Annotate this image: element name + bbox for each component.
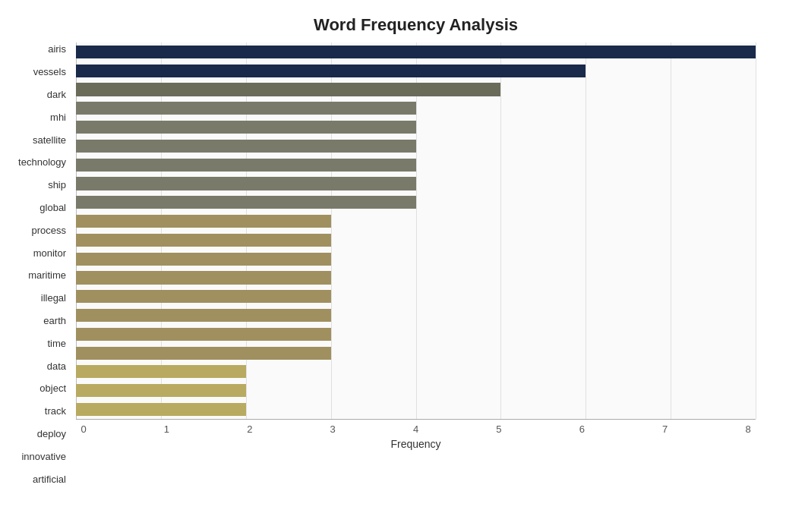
- bar-row-global: [76, 175, 756, 194]
- y-label-technology: technology: [0, 151, 72, 174]
- bar-row-ship: [76, 156, 756, 175]
- bar-object: [76, 328, 331, 341]
- bar-illegal: [76, 253, 331, 266]
- bar-airis: [76, 46, 756, 58]
- bar-row-monitor: [76, 212, 756, 231]
- bar-monitor: [76, 215, 331, 228]
- bar-row-satellite: [76, 118, 756, 137]
- y-label-process: process: [0, 219, 72, 241]
- y-label-earth: earth: [0, 310, 72, 332]
- y-label-vessels: vessels: [0, 61, 72, 83]
- bar-row-dark: [76, 80, 756, 99]
- x-tick-4: 4: [409, 423, 424, 435]
- bar-row-data: [76, 306, 756, 325]
- bar-global: [76, 177, 416, 190]
- chart-title: Word Frequency Analysis: [76, 15, 756, 35]
- bar-maritime: [76, 234, 331, 247]
- bar-row-vessels: [76, 61, 756, 80]
- x-tick-6: 6: [574, 423, 589, 435]
- bar-track: [76, 347, 331, 360]
- y-labels: airisvesselsdarkmhisatellitetechnologysh…: [0, 38, 72, 490]
- bar-row-mhi: [76, 99, 756, 118]
- bar-row-illegal: [76, 250, 756, 269]
- bar-row-deploy: [76, 363, 756, 382]
- bars-container: [76, 42, 756, 419]
- y-label-airis: airis: [0, 38, 72, 61]
- y-label-object: object: [0, 377, 72, 400]
- bar-row-object: [76, 325, 756, 344]
- x-tick-7: 7: [658, 423, 673, 435]
- y-label-dark: dark: [0, 83, 72, 106]
- bar-row-earth: [76, 269, 756, 288]
- y-label-track: track: [0, 400, 72, 423]
- bar-mhi: [76, 102, 416, 115]
- y-label-illegal: illegal: [0, 287, 72, 310]
- y-label-artificial: artificial: [0, 467, 72, 490]
- bar-row-time: [76, 287, 756, 306]
- y-label-time: time: [0, 332, 72, 354]
- x-tick-5: 5: [491, 423, 507, 435]
- y-label-deploy: deploy: [0, 423, 72, 445]
- y-label-satellite: satellite: [0, 128, 72, 151]
- x-axis-section: 012345678 Frequency: [76, 419, 756, 461]
- bar-data: [76, 309, 331, 322]
- x-tick-3: 3: [325, 423, 340, 435]
- chart-container: Word Frequency Analysis 012345678 Freque…: [0, 0, 786, 532]
- bar-row-innovative: [76, 381, 756, 400]
- bar-earth: [76, 271, 331, 284]
- plot-area: [76, 42, 756, 419]
- bar-time: [76, 290, 331, 303]
- bar-row-technology: [76, 137, 756, 156]
- bar-innovative: [76, 384, 246, 397]
- x-axis-label: Frequency: [76, 438, 756, 450]
- x-tick-2: 2: [242, 423, 257, 435]
- bar-technology: [76, 140, 416, 153]
- bar-row-maritime: [76, 231, 756, 250]
- y-label-ship: ship: [0, 174, 72, 197]
- y-label-maritime: maritime: [0, 264, 72, 287]
- bar-artificial: [76, 403, 246, 416]
- y-label-data: data: [0, 354, 72, 377]
- bar-row-artificial: [76, 400, 756, 419]
- bar-dark: [76, 83, 500, 96]
- bar-row-airis: [76, 42, 756, 61]
- y-label-mhi: mhi: [0, 105, 72, 128]
- y-label-global: global: [0, 197, 72, 219]
- bar-row-track: [76, 344, 756, 363]
- y-label-innovative: innovative: [0, 445, 72, 467]
- bar-vessels: [76, 65, 586, 77]
- x-tick-1: 1: [159, 423, 174, 435]
- x-tick-8: 8: [740, 423, 756, 435]
- x-tick-0: 0: [76, 423, 91, 435]
- bar-row-process: [76, 193, 756, 212]
- x-ticks: 012345678: [76, 423, 756, 435]
- bar-process: [76, 196, 416, 209]
- bar-ship: [76, 159, 416, 172]
- bar-deploy: [76, 365, 246, 378]
- grid-line-8: [756, 42, 756, 419]
- y-label-monitor: monitor: [0, 241, 72, 264]
- bar-satellite: [76, 121, 416, 134]
